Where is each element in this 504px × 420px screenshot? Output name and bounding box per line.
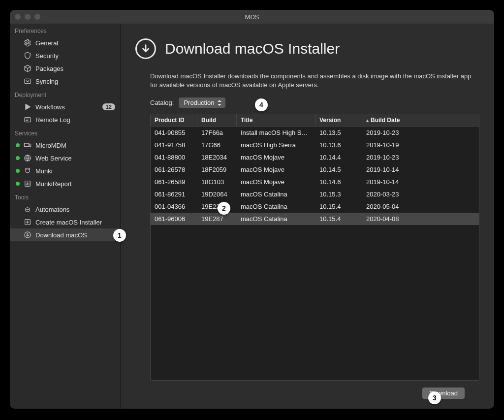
close-window-button[interactable] <box>15 14 21 20</box>
cell-build: 19D2064 <box>197 188 237 200</box>
th-version[interactable]: Version <box>315 114 362 126</box>
cell-build: 18G103 <box>197 176 237 188</box>
cell-build-date: 2019-10-23 <box>362 151 479 163</box>
sidebar-item-general[interactable]: General <box>10 36 120 49</box>
table-row[interactable]: 001-0436619E2269macOS Catalina10.15.4202… <box>151 200 479 213</box>
sidebar-item-label: MicroMDM <box>35 142 115 149</box>
titlebar[interactable]: MDS <box>10 10 494 24</box>
cell-build-date: 2019-10-23 <box>362 127 479 139</box>
catalog-label: Catalog: <box>150 99 174 106</box>
th-title[interactable]: Title <box>237 114 315 126</box>
svg-point-7 <box>26 169 30 173</box>
svg-rect-5 <box>30 144 31 146</box>
badge: 12 <box>102 103 115 110</box>
cell-build-date: 2019-10-14 <box>362 176 479 188</box>
status-dot <box>16 156 20 160</box>
cell-version: 10.14.5 <box>315 163 362 176</box>
cell-product-id: 061-26578 <box>151 163 197 176</box>
th-build-date[interactable]: ▴ Build Date <box>362 114 479 126</box>
cell-title: macOS Mojave <box>237 176 315 188</box>
svg-point-11 <box>28 209 29 210</box>
sidebar-item-micromdm[interactable]: MicroMDM <box>10 139 120 152</box>
th-build[interactable]: Build <box>197 114 237 126</box>
footer: Download <box>135 381 479 399</box>
sidebar: PreferencesGeneralSecurityPackagesSyncin… <box>10 24 121 409</box>
sidebar-section-header: Deployment <box>10 88 120 100</box>
cell-title: macOS Mojave <box>237 151 315 163</box>
callout-2: 2 <box>218 202 230 215</box>
cell-build: 19E2269 <box>197 200 237 213</box>
table-row[interactable]: 061-2658918G103macOS Mojave10.14.62019-1… <box>151 176 479 188</box>
table-row[interactable]: 061-9600619E287macOS Catalina10.15.42020… <box>151 213 479 225</box>
gear-icon <box>24 39 32 47</box>
th-product-id[interactable]: Product ID <box>151 114 197 126</box>
cell-version: 10.13.6 <box>315 139 362 151</box>
catalog-value: Production <box>184 99 214 106</box>
package-icon <box>24 65 32 72</box>
main-panel: Download macOS Installer Download macOS … <box>121 24 494 409</box>
sidebar-item-create-macos-installer[interactable]: Create macOS Installer <box>10 216 120 228</box>
window-title: MDS <box>10 13 494 21</box>
table-row[interactable]: 061-2657818F2059macOS Mojave10.14.52019-… <box>151 163 479 176</box>
cell-product-id: 041-91758 <box>151 139 197 151</box>
catalog-row: Catalog: Production <box>150 97 479 108</box>
sidebar-section-header: Services <box>10 126 120 139</box>
sidebar-item-label: Download macOS <box>35 231 115 239</box>
cell-build-date: 2019-10-14 <box>362 163 479 176</box>
svg-point-10 <box>27 209 27 210</box>
cell-version: 10.15.4 <box>315 200 362 213</box>
sort-asc-icon: ▴ <box>366 118 369 123</box>
cell-build-date: 2019-10-19 <box>362 139 479 151</box>
table-row[interactable]: 061-8629119D2064macOS Catalina10.15.3202… <box>151 188 479 200</box>
devices-icon <box>24 141 32 149</box>
traffic-lights <box>15 14 40 20</box>
sidebar-item-label: Workflows <box>35 103 98 111</box>
catalog-select[interactable]: Production <box>179 97 225 108</box>
cell-build-date: 2020-05-04 <box>362 200 479 213</box>
download-icon <box>24 231 32 239</box>
table-row[interactable]: 041-8880018E2034macOS Mojave10.14.42019-… <box>151 151 479 163</box>
play-icon <box>24 103 32 111</box>
cell-title: macOS High Sierra <box>237 139 315 151</box>
installer-table: Product ID Build Title Version ▴ Build D… <box>150 114 479 381</box>
table-row[interactable]: 041-9175817G66macOS High Sierra10.13.620… <box>151 139 479 151</box>
page-header: Download macOS Installer <box>135 38 479 59</box>
svg-point-0 <box>27 42 29 44</box>
sidebar-item-munkireport[interactable]: MunkiReport <box>10 177 120 190</box>
minimize-window-button[interactable] <box>25 14 31 20</box>
report-icon <box>24 180 32 188</box>
sidebar-item-workflows[interactable]: Workflows12 <box>10 100 120 113</box>
svg-rect-1 <box>25 79 31 83</box>
sidebar-item-label: Web Service <box>35 155 115 162</box>
munki-icon <box>24 167 32 175</box>
log-icon <box>24 116 32 124</box>
sidebar-item-security[interactable]: Security <box>10 49 120 62</box>
sidebar-item-label: Automatons <box>35 206 115 213</box>
zoom-window-button[interactable] <box>34 14 40 20</box>
page-description: Download macOS Installer downloads the c… <box>150 72 479 90</box>
globe-icon <box>24 154 32 162</box>
sync-icon <box>24 77 32 85</box>
sidebar-section-header: Tools <box>10 190 120 203</box>
app-window: MDS PreferencesGeneralSecurityPackagesSy… <box>10 10 494 409</box>
cell-product-id: 041-90855 <box>151 127 197 139</box>
sidebar-item-label: Remote Log <box>35 116 115 124</box>
sidebar-item-syncing[interactable]: Syncing <box>10 75 120 88</box>
cell-version: 10.15.4 <box>315 213 362 225</box>
cell-build: 19E287 <box>197 213 237 225</box>
table-body[interactable]: 041-9085517F66aInstall macOS High S…10.1… <box>151 127 479 380</box>
sidebar-item-web-service[interactable]: Web Service <box>10 152 120 164</box>
create-installer-icon <box>24 218 32 226</box>
sidebar-item-download-macos[interactable]: Download macOS <box>10 228 120 241</box>
sidebar-item-remote-log[interactable]: Remote Log <box>10 113 120 126</box>
sidebar-item-munki[interactable]: Munki <box>10 164 120 177</box>
cell-version: 10.13.5 <box>315 127 362 139</box>
sidebar-item-packages[interactable]: Packages <box>10 62 120 75</box>
cell-build-date: 2020-04-08 <box>362 213 479 225</box>
sidebar-item-label: MunkiReport <box>35 180 115 188</box>
sidebar-item-automatons[interactable]: Automatons <box>10 203 120 216</box>
svg-rect-4 <box>24 143 29 147</box>
cell-product-id: 061-86291 <box>151 188 197 200</box>
table-row[interactable]: 041-9085517F66aInstall macOS High S…10.1… <box>151 127 479 139</box>
automaton-icon <box>24 205 32 213</box>
